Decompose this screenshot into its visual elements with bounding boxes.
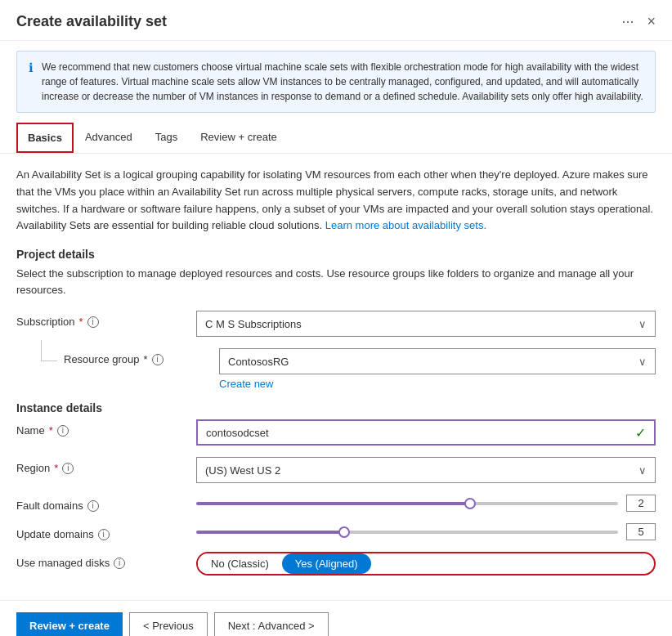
name-row: Name * i contosodcset ✓ bbox=[16, 419, 656, 446]
managed-disks-control: No (Classic) Yes (Aligned) bbox=[196, 552, 656, 576]
fault-domains-control: 2 bbox=[196, 495, 656, 512]
subscription-chevron-icon: ∨ bbox=[638, 318, 647, 330]
footer: Review + create < Previous Next : Advanc… bbox=[0, 600, 672, 636]
subscription-select[interactable]: C M S Subscriptions ∨ bbox=[196, 311, 656, 337]
managed-disks-label: Use managed disks i bbox=[16, 552, 196, 569]
tab-bar: Basics Advanced Tags Review + create bbox=[0, 123, 672, 154]
instance-section-title: Instance details bbox=[16, 401, 656, 414]
create-availability-set-dialog: Create availability set ··· × ℹ We recom… bbox=[0, 0, 672, 636]
fault-domains-slider[interactable] bbox=[196, 502, 618, 505]
region-select[interactable]: (US) West US 2 ∨ bbox=[196, 457, 656, 483]
update-domains-slider[interactable] bbox=[196, 531, 618, 534]
review-create-button[interactable]: Review + create bbox=[16, 612, 123, 636]
region-info-icon[interactable]: i bbox=[62, 463, 74, 474]
managed-disks-info-icon[interactable]: i bbox=[114, 558, 125, 569]
region-chevron-icon: ∨ bbox=[638, 464, 647, 477]
name-control: contosodcset ✓ bbox=[196, 419, 656, 446]
managed-disks-row: Use managed disks i No (Classic) Yes (Al… bbox=[16, 552, 656, 576]
rg-info-icon[interactable]: i bbox=[152, 354, 164, 365]
fault-domains-info-icon[interactable]: i bbox=[87, 500, 99, 512]
learn-more-link[interactable]: Learn more about availability sets. bbox=[325, 219, 486, 231]
resource-group-control: ContososRG ∨ Create new bbox=[219, 348, 656, 390]
update-domains-row: Update domains i 5 bbox=[16, 523, 656, 540]
subscription-info-icon[interactable]: i bbox=[87, 316, 99, 328]
tab-advanced[interactable]: Advanced bbox=[74, 123, 144, 153]
subscription-label: Subscription * i bbox=[16, 311, 196, 328]
region-required: * bbox=[54, 462, 58, 474]
close-button[interactable]: × bbox=[647, 13, 656, 30]
update-domains-info-icon[interactable]: i bbox=[98, 529, 110, 540]
banner-text: We recommend that new customers choose v… bbox=[42, 60, 643, 104]
subscription-row: Subscription * i C M S Subscriptions ∨ bbox=[16, 311, 656, 337]
name-input[interactable]: contosodcset ✓ bbox=[196, 419, 656, 446]
dialog-header: Create availability set ··· × bbox=[0, 0, 672, 41]
name-required: * bbox=[49, 424, 53, 437]
subscription-control: C M S Subscriptions ∨ bbox=[196, 311, 656, 337]
subscription-required: * bbox=[79, 316, 83, 328]
fault-domains-label: Fault domains i bbox=[16, 495, 196, 512]
dialog-title: Create availability set bbox=[16, 13, 167, 30]
header-actions: ··· × bbox=[618, 13, 656, 30]
region-row: Region * i (US) West US 2 ∨ bbox=[16, 457, 656, 483]
managed-disks-no-button[interactable]: No (Classic) bbox=[198, 553, 282, 574]
create-new-link[interactable]: Create new bbox=[219, 378, 656, 390]
rg-required: * bbox=[144, 353, 148, 365]
project-section-title: Project details bbox=[16, 248, 656, 261]
name-check-icon: ✓ bbox=[635, 425, 646, 441]
fault-domains-value: 2 bbox=[626, 495, 656, 512]
fault-domains-thumb[interactable] bbox=[464, 498, 476, 509]
tab-basics[interactable]: Basics bbox=[16, 123, 74, 153]
indent-bracket bbox=[41, 340, 57, 361]
main-content: An Availability Set is a logical groupin… bbox=[0, 154, 672, 600]
region-control: (US) West US 2 ∨ bbox=[196, 457, 656, 483]
info-banner: ℹ We recommend that new customers choose… bbox=[16, 51, 656, 113]
managed-disks-yes-button[interactable]: Yes (Aligned) bbox=[282, 553, 371, 574]
ellipsis-button[interactable]: ··· bbox=[618, 13, 637, 30]
name-info-icon[interactable]: i bbox=[57, 425, 69, 437]
info-icon: ℹ bbox=[29, 60, 34, 104]
update-domains-control: 5 bbox=[196, 523, 656, 540]
tab-tags[interactable]: Tags bbox=[144, 123, 189, 153]
resource-group-row: Resource group * i ContososRG ∨ Create n… bbox=[16, 348, 656, 390]
update-domains-value: 5 bbox=[626, 523, 656, 540]
name-label: Name * i bbox=[16, 419, 196, 437]
update-domains-label: Update domains i bbox=[16, 523, 196, 540]
fault-domains-row: Fault domains i 2 bbox=[16, 495, 656, 512]
tab-review-create[interactable]: Review + create bbox=[189, 123, 289, 153]
previous-button[interactable]: < Previous bbox=[129, 612, 208, 636]
resource-group-select[interactable]: ContososRG ∨ bbox=[219, 348, 656, 374]
update-domains-thumb[interactable] bbox=[338, 526, 350, 538]
managed-disks-toggle: No (Classic) Yes (Aligned) bbox=[196, 552, 656, 576]
basics-description: An Availability Set is a logical groupin… bbox=[16, 167, 656, 235]
rg-chevron-icon: ∨ bbox=[638, 356, 647, 368]
project-section-desc: Select the subscription to manage deploy… bbox=[16, 266, 656, 298]
region-label: Region * i bbox=[16, 457, 196, 474]
next-button[interactable]: Next : Advanced > bbox=[214, 612, 329, 636]
resource-group-label: Resource group * i bbox=[64, 348, 219, 365]
